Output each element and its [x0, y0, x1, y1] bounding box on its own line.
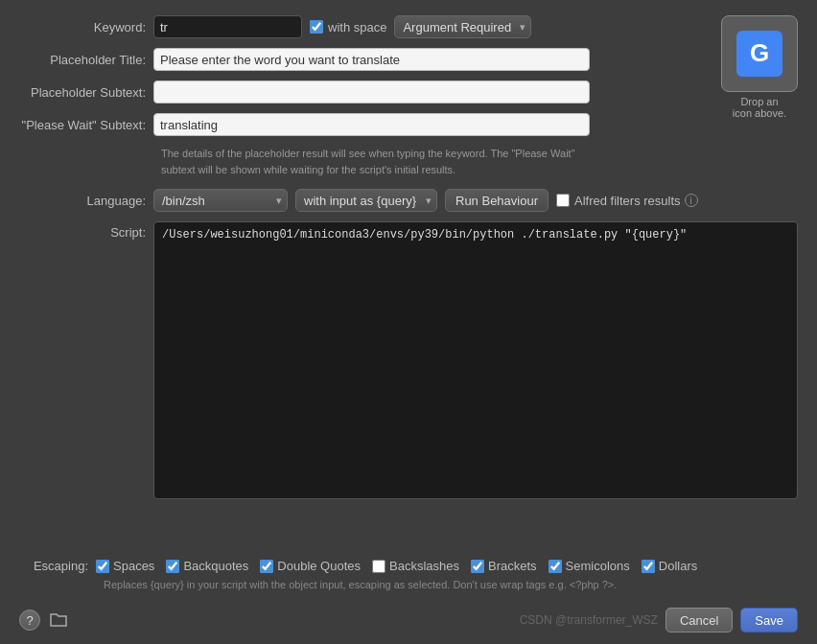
language-label: Language:: [19, 194, 153, 208]
alfred-filters-checkbox[interactable]: [556, 194, 570, 207]
save-button[interactable]: Save: [740, 608, 798, 632]
with-space-label: with space: [328, 20, 386, 34]
language-row: Language: /bin/zsh /bin/bash /usr/bin/py…: [19, 189, 798, 212]
placeholder-subtext-input[interactable]: [153, 80, 590, 104]
escaping-row: Escaping: Spaces Backquotes Double Quote…: [19, 559, 798, 573]
help-button[interactable]: ?: [19, 610, 40, 631]
script-label: Script:: [19, 221, 153, 240]
alfred-filters-wrapper: Alfred filters results i: [556, 194, 698, 208]
escaping-hint: Replaces {query} in your script with the…: [104, 579, 798, 590]
please-wait-input[interactable]: [153, 113, 590, 136]
google-icon: G: [736, 31, 782, 77]
backquotes-checkbox[interactable]: [166, 560, 179, 573]
folder-button[interactable]: [48, 610, 69, 631]
double-quotes-label: Double Quotes: [277, 559, 361, 573]
placeholder-title-row: Placeholder Title:: [19, 48, 692, 71]
keyword-input[interactable]: [153, 15, 302, 38]
semicolons-checkbox[interactable]: [549, 560, 562, 573]
escape-option-spaces: Spaces: [96, 559, 154, 573]
alfred-filters-label: Alfred filters results: [574, 194, 681, 208]
escaping-options: Spaces Backquotes Double Quotes Backslas…: [96, 559, 697, 573]
cancel-button[interactable]: Cancel: [665, 608, 733, 632]
script-textarea[interactable]: /Users/weisuzhong01/miniconda3/envs/py39…: [153, 221, 798, 499]
main-container: Keyword: with space Argument Required Ar…: [0, 0, 817, 644]
brackets-label: Brackets: [488, 559, 537, 573]
input-as-select[interactable]: with input as {query} with input as argv…: [295, 189, 437, 212]
bottom-left: ?: [19, 610, 69, 631]
escape-option-backquotes: Backquotes: [166, 559, 248, 573]
icon-section: G Drop anicon above.: [702, 15, 798, 119]
escape-option-semicolons: Semicolons: [549, 559, 630, 573]
bottom-bar: ? CSDN @transformer_WSZ Cancel Save: [19, 608, 798, 632]
info-icon[interactable]: i: [685, 194, 698, 207]
bottom-right: CSDN @transformer_WSZ Cancel Save: [520, 608, 798, 632]
spaces-checkbox[interactable]: [96, 560, 109, 573]
input-as-select-wrapper: with input as {query} with input as argv…: [288, 189, 437, 212]
semicolons-label: Semicolons: [566, 559, 630, 573]
icon-drop-label: Drop anicon above.: [733, 96, 786, 119]
escape-option-double-quotes: Double Quotes: [260, 559, 361, 573]
backquotes-label: Backquotes: [183, 559, 248, 573]
escape-option-backslashes: Backslashes: [372, 559, 459, 573]
brackets-checkbox[interactable]: [471, 560, 484, 573]
backslashes-checkbox[interactable]: [372, 560, 385, 573]
backslashes-label: Backslashes: [389, 559, 459, 573]
double-quotes-checkbox[interactable]: [260, 560, 273, 573]
dollars-checkbox[interactable]: [642, 560, 655, 573]
svg-text:G: G: [750, 38, 769, 67]
dollars-label: Dollars: [659, 559, 697, 573]
please-wait-label: "Please Wait" Subtext:: [19, 118, 153, 132]
escape-option-dollars: Dollars: [642, 559, 697, 573]
watermark: CSDN @transformer_WSZ: [520, 613, 658, 627]
argument-select[interactable]: Argument Required Argument Optional No A…: [394, 15, 531, 38]
escape-option-brackets: Brackets: [471, 559, 537, 573]
language-select-wrapper: /bin/zsh /bin/bash /usr/bin/python: [153, 189, 288, 212]
placeholder-title-label: Placeholder Title:: [19, 53, 153, 67]
placeholder-title-input[interactable]: [153, 48, 590, 71]
placeholder-subtext-label: Placeholder Subtext:: [19, 85, 153, 100]
placeholder-subtext-row: Placeholder Subtext:: [19, 80, 692, 104]
icon-drop-area[interactable]: G: [721, 15, 798, 92]
with-space-wrapper: with space: [310, 20, 394, 34]
spaces-label: Spaces: [113, 559, 154, 573]
escaping-label: Escaping:: [19, 559, 96, 573]
script-row: Script: /Users/weisuzhong01/miniconda3/e…: [19, 221, 798, 549]
form-fields: Keyword: with space Argument Required Ar…: [19, 15, 692, 146]
run-behaviour-button[interactable]: Run Behaviour: [445, 189, 549, 212]
please-wait-row: "Please Wait" Subtext:: [19, 113, 692, 136]
with-space-checkbox[interactable]: [310, 20, 323, 34]
keyword-label: Keyword:: [19, 20, 153, 34]
top-section: Keyword: with space Argument Required Ar…: [19, 15, 798, 146]
argument-select-wrapper: Argument Required Argument Optional No A…: [394, 15, 531, 38]
language-select[interactable]: /bin/zsh /bin/bash /usr/bin/python: [153, 189, 288, 212]
keyword-row: Keyword: with space Argument Required Ar…: [19, 15, 692, 38]
folder-icon: [49, 612, 68, 628]
hint-text: The details of the placeholder result wi…: [161, 146, 602, 177]
keyword-input-group: with space Argument Required Argument Op…: [153, 15, 531, 38]
